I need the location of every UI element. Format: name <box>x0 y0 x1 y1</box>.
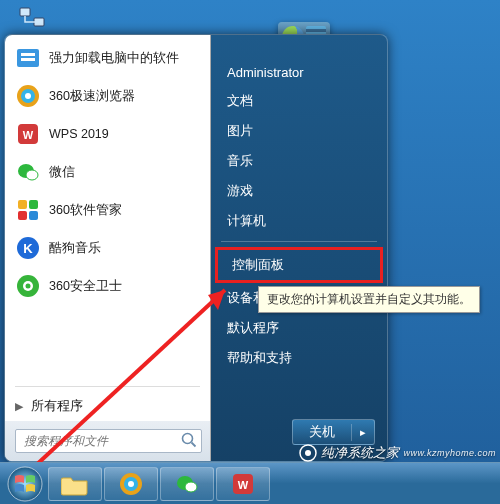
svg-rect-15 <box>29 211 38 220</box>
program-item[interactable]: 强力卸载电脑中的软件 <box>9 39 206 77</box>
shutdown-button[interactable]: 关机 ▸ <box>292 419 375 445</box>
right-item-pictures[interactable]: 图片 <box>211 116 387 146</box>
search-input[interactable] <box>15 429 202 453</box>
svg-rect-3 <box>21 53 35 56</box>
shutdown-arrow-icon[interactable]: ▸ <box>352 426 374 439</box>
right-item-games[interactable]: 游戏 <box>211 176 387 206</box>
right-item-label: 控制面板 <box>232 257 284 272</box>
program-item[interactable]: 360软件管家 <box>9 191 206 229</box>
wps-icon: W <box>15 121 41 147</box>
taskbar-item-browser[interactable] <box>104 467 158 501</box>
svg-point-20 <box>26 284 31 289</box>
right-item-label: Administrator <box>227 65 304 80</box>
svg-point-27 <box>8 467 42 501</box>
program-label: 酷狗音乐 <box>49 240 101 257</box>
svg-rect-0 <box>20 8 30 16</box>
360-safe-icon <box>15 273 41 299</box>
watermark-sub: www.kzmyhome.com <box>403 448 496 458</box>
right-item-label: 音乐 <box>227 153 253 168</box>
program-item[interactable]: 360极速浏览器 <box>9 77 206 115</box>
network-icon <box>16 2 48 34</box>
svg-rect-4 <box>21 58 35 61</box>
kugou-icon: K <box>15 235 41 261</box>
right-item-documents[interactable]: 文档 <box>211 86 387 116</box>
program-label: 360安全卫士 <box>49 278 122 295</box>
right-item-label: 帮助和支持 <box>227 350 292 365</box>
right-item-help[interactable]: 帮助和支持 <box>211 343 387 373</box>
right-item-computer[interactable]: 计算机 <box>211 206 387 236</box>
svg-text:W: W <box>23 129 34 141</box>
program-label: 360软件管家 <box>49 202 122 219</box>
browser-360-icon <box>15 83 41 109</box>
svg-rect-12 <box>18 200 27 209</box>
shutdown-label: 关机 <box>293 424 352 441</box>
right-item-label: 图片 <box>227 123 253 138</box>
program-item[interactable]: W WPS 2019 <box>9 115 206 153</box>
svg-point-21 <box>183 434 193 444</box>
tooltip: 更改您的计算机设置并自定义其功能。 <box>258 286 480 313</box>
program-list: 强力卸载电脑中的软件 360极速浏览器 W WPS 2019 微信 360软件管… <box>5 35 210 382</box>
folder-icon <box>61 472 89 496</box>
svg-point-7 <box>25 93 31 99</box>
right-item-label: 默认程序 <box>227 320 279 335</box>
search-bar <box>5 421 210 461</box>
all-programs-label: 所有程序 <box>31 398 83 415</box>
program-item[interactable]: K 酷狗音乐 <box>9 229 206 267</box>
svg-rect-14 <box>18 211 27 220</box>
start-menu-right-pane: Administrator 文档 图片 音乐 游戏 计算机 控制面板 设备和打印… <box>211 35 387 461</box>
svg-text:K: K <box>23 241 33 256</box>
separator <box>221 241 377 242</box>
taskbar-item-wps[interactable]: W <box>216 467 270 501</box>
right-item-control-panel[interactable]: 控制面板 <box>232 254 366 276</box>
svg-rect-13 <box>29 200 38 209</box>
windows-orb-icon <box>7 466 43 502</box>
wechat-icon <box>174 471 200 497</box>
all-programs-button[interactable]: ▶ 所有程序 <box>5 391 210 421</box>
program-label: WPS 2019 <box>49 127 109 141</box>
right-item-administrator[interactable]: Administrator <box>211 59 387 86</box>
svg-line-22 <box>192 443 196 447</box>
svg-point-26 <box>305 450 311 456</box>
program-label: 360极速浏览器 <box>49 88 135 105</box>
svg-point-30 <box>128 481 134 487</box>
start-menu: 强力卸载电脑中的软件 360极速浏览器 W WPS 2019 微信 360软件管… <box>4 34 388 462</box>
program-label: 强力卸载电脑中的软件 <box>49 50 179 67</box>
program-item[interactable]: 360安全卫士 <box>9 267 206 305</box>
start-menu-left-pane: 强力卸载电脑中的软件 360极速浏览器 W WPS 2019 微信 360软件管… <box>5 35 211 461</box>
start-button[interactable] <box>4 463 46 505</box>
watermark-text: 纯净系统之家 <box>321 444 399 462</box>
taskbar-item-wechat[interactable] <box>160 467 214 501</box>
right-item-label: 计算机 <box>227 213 266 228</box>
program-item[interactable]: 微信 <box>9 153 206 191</box>
wps-icon: W <box>230 471 256 497</box>
browser-360-icon <box>118 471 144 497</box>
divider <box>15 386 200 387</box>
taskbar-item-explorer[interactable] <box>48 467 102 501</box>
program-label: 微信 <box>49 164 75 181</box>
svg-text:W: W <box>238 479 249 491</box>
highlight-annotation: 控制面板 <box>215 247 383 283</box>
right-item-label: 游戏 <box>227 183 253 198</box>
search-icon <box>180 431 198 449</box>
svg-point-11 <box>26 170 38 180</box>
uninstall-icon <box>15 45 41 71</box>
triangle-icon: ▶ <box>15 400 23 413</box>
taskbar: W <box>0 462 500 504</box>
right-item-music[interactable]: 音乐 <box>211 146 387 176</box>
wechat-icon <box>15 159 41 185</box>
watermark: 纯净系统之家 www.kzmyhome.com <box>299 444 496 462</box>
watermark-icon <box>299 444 317 462</box>
tooltip-text: 更改您的计算机设置并自定义其功能。 <box>267 292 471 306</box>
right-item-default-programs[interactable]: 默认程序 <box>211 313 387 343</box>
software-manager-icon <box>15 197 41 223</box>
svg-point-32 <box>185 482 197 492</box>
right-item-label: 文档 <box>227 93 253 108</box>
